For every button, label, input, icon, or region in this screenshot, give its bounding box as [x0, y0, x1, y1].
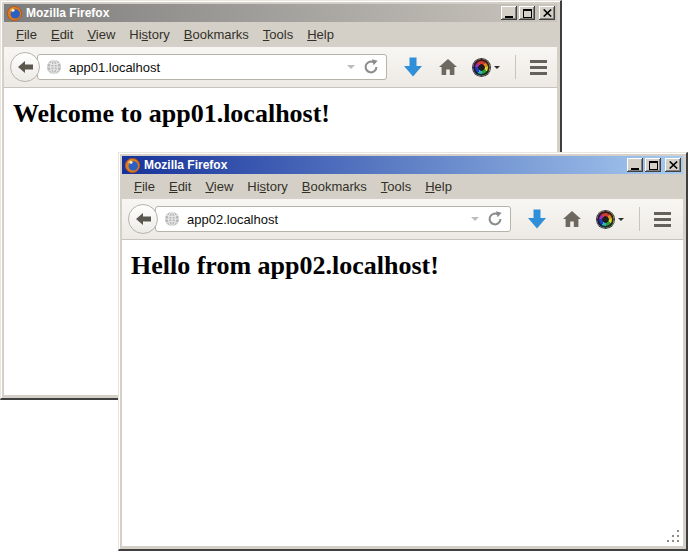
menu-item-tools[interactable]: Tools — [374, 177, 418, 196]
window-title: Mozilla Firefox — [26, 6, 501, 20]
titlebar[interactable]: Mozilla Firefox — [4, 4, 557, 22]
firefox-logo-icon[interactable] — [7, 6, 22, 21]
globe-icon[interactable] — [46, 59, 62, 75]
maximize-icon — [649, 161, 658, 170]
menu-item-view[interactable]: View — [198, 177, 240, 196]
navigation-toolbar: app02.localhost — [122, 199, 683, 240]
minimize-icon — [631, 168, 639, 170]
maximize-button[interactable] — [645, 158, 661, 172]
menu-item-file[interactable]: File — [9, 25, 44, 44]
back-button[interactable] — [10, 52, 40, 82]
menu-item-bookmarks[interactable]: Bookmarks — [295, 177, 374, 196]
back-icon — [136, 213, 151, 225]
minimize-icon — [505, 16, 513, 18]
menu-item-history[interactable]: History — [240, 177, 294, 196]
page-content-app02: Hello from app02.localhost! — [122, 240, 683, 546]
resize-grip-icon[interactable] — [667, 530, 680, 543]
hamburger-menu-icon — [530, 60, 547, 63]
minimize-button[interactable] — [627, 158, 643, 172]
firefox-window-app02: Mozilla Firefox File Edit View History B… — [118, 152, 688, 551]
menu-item-file[interactable]: File — [127, 177, 162, 196]
home-button[interactable] — [563, 211, 581, 227]
hamburger-menu-icon — [654, 212, 671, 215]
globe-icon[interactable] — [164, 211, 180, 227]
home-icon — [563, 211, 581, 227]
titlebar[interactable]: Mozilla Firefox — [122, 156, 683, 174]
back-button[interactable] — [128, 204, 158, 234]
hamburger-menu-button[interactable] — [530, 60, 547, 75]
colorwheel-icon — [597, 211, 614, 228]
back-icon — [18, 61, 33, 73]
maximize-button[interactable] — [519, 6, 535, 20]
download-button[interactable] — [527, 209, 547, 229]
toolbar-separator — [639, 207, 640, 231]
firefox-logo-icon[interactable] — [125, 158, 140, 173]
menu-dropdown-icon — [618, 218, 624, 224]
menu-item-history[interactable]: History — [122, 25, 176, 44]
menu-bar: File Edit View History Bookmarks Tools H… — [122, 174, 683, 199]
page-heading: Welcome to app01.localhost! — [13, 99, 557, 129]
urlbar-dropdown-icon[interactable] — [471, 217, 479, 225]
toolbar-separator — [515, 55, 516, 79]
close-button[interactable] — [539, 6, 555, 20]
menu-item-help[interactable]: Help — [300, 25, 341, 44]
colorwheel-extension-button[interactable] — [597, 211, 624, 228]
reload-icon[interactable] — [487, 211, 503, 227]
colorwheel-icon — [473, 59, 490, 76]
url-bar[interactable]: app01.localhost — [37, 54, 387, 80]
download-button[interactable] — [403, 57, 423, 77]
colorwheel-extension-button[interactable] — [473, 59, 500, 76]
home-button[interactable] — [439, 59, 457, 75]
maximize-icon — [523, 9, 532, 18]
minimize-button[interactable] — [501, 6, 517, 20]
close-icon — [543, 9, 552, 17]
url-text[interactable]: app01.localhost — [69, 60, 343, 75]
menu-bar: File Edit View History Bookmarks Tools H… — [4, 22, 557, 47]
close-button[interactable] — [665, 158, 681, 172]
reload-icon[interactable] — [363, 59, 379, 75]
download-icon — [527, 209, 547, 229]
menu-item-edit[interactable]: Edit — [44, 25, 80, 44]
home-icon — [439, 59, 457, 75]
hamburger-menu-button[interactable] — [654, 212, 671, 227]
download-icon — [403, 57, 423, 77]
url-bar[interactable]: app02.localhost — [155, 206, 511, 232]
url-text[interactable]: app02.localhost — [187, 212, 467, 227]
page-heading: Hello from app02.localhost! — [131, 251, 683, 281]
menu-item-tools[interactable]: Tools — [256, 25, 300, 44]
menu-dropdown-icon — [494, 66, 500, 72]
navigation-toolbar: app01.localhost — [4, 47, 557, 88]
menu-item-view[interactable]: View — [80, 25, 122, 44]
window-title: Mozilla Firefox — [144, 158, 627, 172]
menu-item-bookmarks[interactable]: Bookmarks — [177, 25, 256, 44]
close-icon — [669, 161, 678, 169]
menu-item-edit[interactable]: Edit — [162, 177, 198, 196]
urlbar-dropdown-icon[interactable] — [347, 65, 355, 73]
menu-item-help[interactable]: Help — [418, 177, 459, 196]
